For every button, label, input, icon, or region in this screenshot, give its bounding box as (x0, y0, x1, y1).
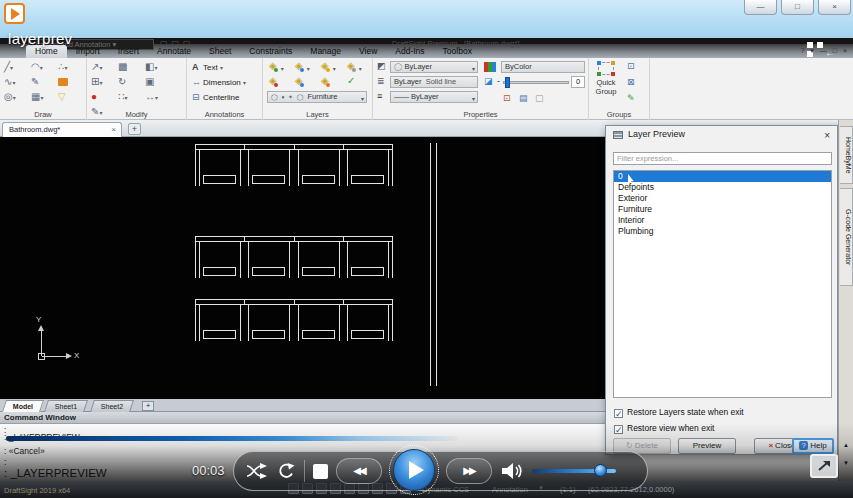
sheet-tab-model[interactable]: Model (2, 400, 44, 412)
modify-trim-icon[interactable]: ▣ (145, 75, 172, 90)
draw-spline-icon[interactable]: ∿▾ (4, 75, 31, 90)
play-button[interactable] (393, 449, 435, 491)
dialog-close-icon[interactable]: × (824, 128, 830, 144)
help-button[interactable]: ?Help (792, 438, 834, 454)
draw-hatch-icon[interactable]: ▦▾ (31, 90, 58, 105)
text-tool[interactable]: AText ▾ (192, 61, 223, 74)
draw-line-icon[interactable]: ╱▾ (4, 60, 31, 75)
draw-circle-icon[interactable]: ◎▾ (4, 90, 31, 105)
document-tab-bathroom[interactable]: Bathroom.dwg* × (2, 122, 122, 137)
ribbon-tab-constraints[interactable]: Constraints (240, 45, 301, 58)
new-sheet-tab-button[interactable]: + (142, 401, 154, 411)
active-layer-dropdown[interactable]: ◯ ♦ ✦ ◯Furniture ▾ (267, 91, 367, 103)
sheet-tab-sheet1[interactable]: Sheet1 (44, 400, 88, 412)
side-tab-homebyme[interactable]: HomeByMe (840, 126, 853, 184)
line-color-dropdown[interactable]: ◯ ByLayer▾ (390, 61, 478, 73)
checkbox-checked-icon[interactable]: ✓ (614, 425, 623, 434)
ribbon-tab-insert[interactable]: Insert (109, 45, 148, 58)
draw-ellipse-icon[interactable]: ✎ (31, 75, 58, 90)
layer-tool-icon[interactable]: ◈▾ (269, 60, 277, 72)
toilet-fixture (351, 175, 384, 184)
shuffle-icon[interactable] (246, 463, 268, 479)
modify-pattern-icon[interactable]: ▩ (118, 60, 145, 75)
volume-icon[interactable] (500, 462, 524, 480)
modify-scale-icon[interactable]: ↔▾ (145, 90, 172, 105)
layer-tool-icon[interactable]: ◈▾ (321, 60, 329, 72)
modify-move-icon[interactable]: ↗▾ (91, 60, 118, 75)
layer-item-exterior[interactable]: Exterior (614, 193, 831, 204)
ribbon-tab-import[interactable]: Import (67, 45, 109, 58)
properties-window-icon[interactable]: ▤ (519, 93, 528, 104)
layer-tool-icon[interactable]: ◈▾ (295, 60, 303, 72)
layer-tool-icon[interactable]: ◈ (295, 75, 303, 87)
modify-rotate-icon[interactable]: ↻ (118, 75, 145, 90)
draw-rectangle-icon[interactable] (58, 75, 85, 90)
forward-button[interactable]: ▶▶ (446, 458, 492, 484)
draw-point-icon[interactable]: ∴▾ (58, 60, 85, 75)
ribbon-tab-annotate[interactable]: Annotate (148, 45, 200, 58)
scroll-down-icon[interactable]: ▼ (843, 460, 849, 466)
preview-button[interactable]: Preview (678, 438, 736, 454)
scroll-up-icon[interactable]: ▲ (843, 442, 849, 448)
layer-item-furniture[interactable]: Furniture (614, 204, 831, 215)
layer-tool-icon[interactable]: ◈ (321, 75, 329, 87)
layer-item-plumbing[interactable]: Plumbing (614, 226, 831, 237)
transparency-slider[interactable] (503, 81, 569, 84)
transparency-value[interactable]: 0 (571, 76, 585, 88)
draw-arc-icon[interactable]: ◠▾ (31, 60, 58, 75)
layer-item-0[interactable]: 0 (614, 171, 831, 182)
volume-slider[interactable] (532, 464, 622, 478)
new-document-tab-button[interactable]: + (128, 123, 141, 135)
line-style-dropdown[interactable]: ByLayer Solid line (390, 76, 478, 88)
ribbon-tab-toolbox[interactable]: Toolbox (434, 45, 481, 58)
draw-polygon-icon[interactable]: ▽ (58, 90, 85, 105)
layer-tool-icon[interactable]: ◈ (269, 75, 277, 87)
stop-button[interactable] (313, 464, 328, 479)
toilet-fixture (203, 267, 236, 276)
volume-knob[interactable] (594, 464, 607, 477)
centerline-tool[interactable]: ⊟Centerline (192, 91, 239, 104)
window-close-button[interactable]: × (818, 0, 851, 15)
window-maximize-button[interactable]: □ (781, 0, 814, 15)
player-logo-icon[interactable] (4, 3, 25, 24)
layer-item-defpoints[interactable]: Defpoints (614, 182, 831, 193)
dialog-title-bar[interactable]: Layer Preview × (606, 126, 837, 143)
panel-label-annotations: Annotations (187, 110, 262, 119)
restore-layers-checkbox[interactable]: ✓Restore Layers state when exit (614, 407, 744, 418)
titlebar-mini-controls[interactable]: ? ▾ — □ × (800, 47, 849, 55)
group-icon[interactable]: ⊡ (627, 61, 635, 72)
layer-item-interior[interactable]: Interior (614, 215, 831, 226)
document-properties-icon[interactable]: ▢ (535, 93, 544, 104)
ribbon-tab-sheet[interactable]: Sheet (200, 45, 240, 58)
match-properties-icon[interactable]: ⊡ (503, 93, 511, 104)
dimension-tool[interactable]: ↔Dimension ▾ (192, 76, 246, 89)
modify-erase-icon[interactable]: ◧▾ (145, 60, 172, 75)
checkbox-checked-icon[interactable]: ✓ (614, 409, 623, 418)
ribbon-tab-add-ins[interactable]: Add-Ins (386, 45, 433, 58)
ribbon-tab-manage[interactable]: Manage (301, 45, 350, 58)
repeat-icon[interactable] (276, 463, 296, 480)
ribbon-tab-view[interactable]: View (350, 45, 386, 58)
line-weight-dropdown[interactable]: —— ByLayer▾ (390, 91, 478, 103)
rewind-button[interactable]: ◀◀ (336, 458, 382, 484)
window-minimize-button[interactable]: — (744, 0, 777, 15)
modify-stretch-icon[interactable]: ⊞▾ (91, 75, 118, 90)
document-tab-close-icon[interactable]: × (111, 123, 116, 136)
hatch-color-dropdown[interactable]: ByColor (501, 61, 585, 73)
modify-array-icon[interactable]: ∷▾ (118, 90, 145, 105)
layer-states-check-icon[interactable]: ✓ (347, 75, 355, 87)
video-progress-bar[interactable] (6, 436, 458, 441)
sheet-tab-sheet2[interactable]: Sheet2 (90, 400, 134, 412)
active-command-line[interactable]: : _LAYERPREVIEW (4, 467, 107, 479)
layer-tool-icon[interactable]: ◈▾ (347, 60, 355, 72)
side-tab-gcode-generator[interactable]: G-code Generator (840, 188, 853, 286)
ungroup-icon[interactable]: ⊠ (627, 77, 635, 88)
filter-expression-input[interactable] (613, 152, 832, 165)
restore-view-checkbox[interactable]: ✓Restore view when exit (614, 423, 714, 434)
modify-explode-icon[interactable]: ● (91, 90, 118, 105)
transparency-slider-knob[interactable] (505, 77, 510, 88)
fullscreen-button[interactable] (810, 454, 838, 478)
transparency-minus[interactable]: - (497, 76, 500, 87)
edit-group-icon[interactable]: ✎ (627, 93, 635, 104)
quick-group-button[interactable]: Quick Group (589, 78, 623, 96)
